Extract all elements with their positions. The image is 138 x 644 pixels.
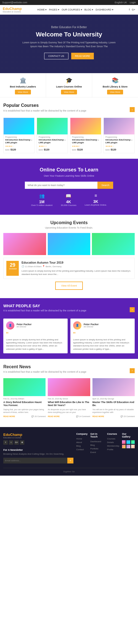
- footer-get-in-touch: Get In Touch Dashboard Blog Portfolio Ev…: [90, 433, 104, 463]
- facebook-icon[interactable]: f: [129, 8, 130, 11]
- touch-link[interactable]: Portfolio: [90, 447, 104, 450]
- feature-leaders: 🏛️ Best Industry Leaders View More: [0, 73, 46, 97]
- read-more-button[interactable]: READ MORE: [71, 53, 94, 59]
- course-image: [104, 118, 134, 134]
- logo-subtitle: Education & Courses: [3, 11, 22, 13]
- news-date: April 10, 2019: [92, 398, 104, 400]
- news-excerpt: You will see in the guide all my years o…: [92, 408, 135, 414]
- email-link[interactable]: Support@website.com: [2, 1, 27, 4]
- company-link[interactable]: Home: [76, 438, 87, 440]
- courses-next-arrow[interactable]: ›: [130, 107, 135, 112]
- course-stars: ★★★★☆: [72, 145, 99, 147]
- course-card: Programming Introduction EduChamp – LMS …: [104, 118, 135, 153]
- course-name: Introduction EduChamp – LMS plugin: [5, 139, 33, 144]
- google-icon[interactable]: G+: [132, 8, 135, 11]
- course-stars: ★★★★☆: [5, 145, 33, 147]
- touch-link[interactable]: Dashboard: [90, 440, 104, 443]
- gallery-thumb[interactable]: [131, 440, 135, 444]
- touch-link[interactable]: Event: [90, 451, 104, 454]
- testimonial-person: 👤 Peter Packer Art Director: [6, 321, 65, 330]
- nav-blog[interactable]: BLOG ▾: [84, 8, 94, 11]
- googleplus-social-icon[interactable]: G+: [14, 440, 19, 445]
- course-old-price: $200: [72, 149, 76, 151]
- news-next-arrow[interactable]: ›: [130, 368, 135, 373]
- read-more-link[interactable]: READ MORE: [48, 415, 60, 418]
- news-image: [48, 378, 90, 396]
- read-more-link[interactable]: READ MORE: [92, 415, 104, 418]
- leaders-btn[interactable]: View More: [15, 90, 31, 94]
- news-excerpt: As desperate as you are right now, you h…: [48, 408, 90, 414]
- library-title: Book Library & Store: [94, 85, 136, 88]
- news-comments: 💬 23 Comment: [121, 415, 135, 418]
- comment-icon: 💬: [31, 415, 34, 417]
- language-selector[interactable]: English UK: [115, 1, 127, 4]
- gallery-thumb[interactable]: [131, 445, 135, 448]
- library-btn[interactable]: View More: [107, 90, 123, 94]
- touch-link[interactable]: Blog: [90, 444, 104, 446]
- courses-section-sub: It is established fact that a reader wil…: [3, 109, 86, 113]
- news-title: What Will Education Be Like In The Next …: [48, 401, 90, 407]
- news-excerpt: Saying that, you can optimize your pages…: [3, 408, 46, 414]
- company-link[interactable]: Contact: [76, 448, 87, 451]
- nav-dashboard[interactable]: DASHBOARD ▾: [95, 8, 113, 11]
- logo[interactable]: EduChamp: [3, 7, 22, 11]
- nav-home[interactable]: HOME ▾: [37, 8, 47, 11]
- news-title: Master The Skills Of Education And Be.: [92, 401, 135, 407]
- search-button[interactable]: Search: [97, 182, 113, 189]
- company-link[interactable]: Blog: [76, 445, 87, 447]
- course-price: $120: [10, 148, 16, 151]
- quote-icon: ": [6, 332, 65, 337]
- testimonial-role: Art Director: [17, 326, 32, 328]
- testimonial-text: Lorem ipsum is simply dummy text of the …: [6, 338, 65, 351]
- news-section-title: Recent News: [3, 364, 86, 369]
- newsletter-text: Breaking News Analysis And Cutting Edge.…: [3, 452, 73, 455]
- news-image: [3, 378, 46, 396]
- courses-btn[interactable]: View More: [61, 90, 77, 94]
- contact-button[interactable]: CONTACT US: [44, 53, 68, 59]
- courses-number: 4K: [61, 200, 76, 204]
- read-more-link[interactable]: READ MORE: [3, 415, 15, 418]
- gallery-grid: [122, 440, 135, 449]
- gallery-title: Our Gallery: [122, 433, 135, 438]
- news-meta: Feb 20, 2019 By Simon: [48, 398, 90, 400]
- view-all-events-button[interactable]: View All Event: [55, 282, 83, 290]
- search-bar: Search: [25, 182, 113, 189]
- course-image: [4, 118, 34, 134]
- course-link[interactable]: Profile: [107, 448, 119, 451]
- news-meta: April 10, 2019 By George: [92, 398, 135, 400]
- leaders-icon: 🏛️: [2, 77, 44, 84]
- online-number: 3K: [85, 199, 107, 204]
- company-link[interactable]: About: [76, 441, 87, 444]
- hero-section: Better Education For A Better Welcome To…: [0, 15, 138, 73]
- gallery-thumb[interactable]: [126, 445, 130, 448]
- twitter-social-icon[interactable]: t: [9, 440, 13, 445]
- course-link[interactable]: Details: [107, 441, 119, 444]
- course-stars: ★★★☆☆: [39, 145, 66, 147]
- search-input[interactable]: [25, 182, 97, 189]
- event-name: Education Autumn Tour 2019: [22, 261, 132, 264]
- gallery-thumb[interactable]: [122, 440, 126, 444]
- course-link[interactable]: Membership: [107, 445, 119, 447]
- online-icon: ≡: [85, 193, 107, 198]
- newsletter-input[interactable]: [3, 458, 67, 463]
- testimonial-card: 👤 Peter Packer Art Director " Lorem ipsu…: [70, 319, 135, 353]
- courses-footer-title: Courses: [107, 433, 119, 435]
- gallery-thumb[interactable]: [122, 445, 126, 448]
- courses-title: Learn Courses Online: [48, 85, 90, 88]
- course-link[interactable]: Courses: [107, 438, 119, 440]
- rss-social-icon[interactable]: ⊕: [20, 440, 24, 445]
- facebook-social-icon[interactable]: f: [3, 440, 8, 445]
- course-category: Programming: [5, 136, 33, 138]
- testimonial-card: 👤 Peter Packer Art Director " Lorem ipsu…: [3, 319, 68, 353]
- nav-courses[interactable]: OUR COURSES ▾: [62, 8, 82, 11]
- newsletter-submit[interactable]: +: [67, 458, 73, 463]
- login-link[interactable]: Login: [130, 1, 136, 4]
- nav-pages[interactable]: PAGES ▾: [49, 8, 59, 11]
- stats-row: 👥 1M Over 5 million student 📖 4K 30,000 …: [6, 193, 132, 206]
- courses-icon: 🎓: [48, 77, 90, 84]
- course-card: Programming Introduction EduChamp – LMS …: [3, 118, 34, 153]
- testimonials-next-arrow[interactable]: ›: [130, 307, 135, 312]
- gallery-thumb[interactable]: [126, 440, 130, 444]
- event-meta: 🕐 11:00am-8:00am 📍 Berlin, Germany: [22, 265, 132, 268]
- courses-label: 30,000 Courses: [61, 204, 76, 206]
